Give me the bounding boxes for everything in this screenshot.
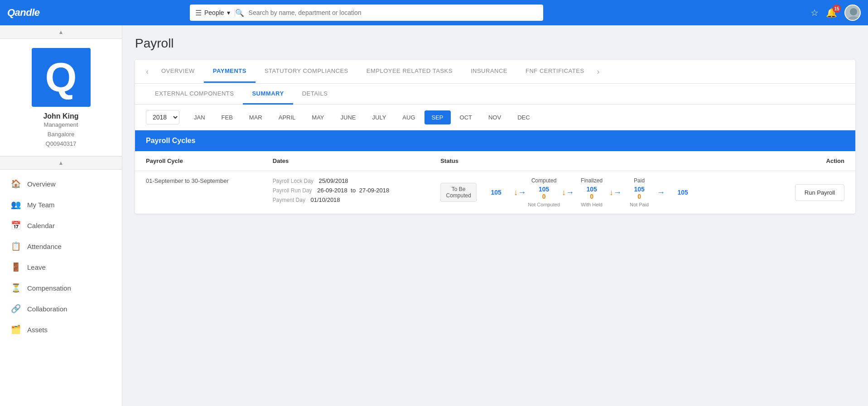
table-row: 01-September to 30-September Payroll Loc… [135,171,855,214]
month-april[interactable]: APRIL [271,110,303,124]
tabs-container: ‹ OVERVIEW PAYMENTS STATUTORY COMPLIANCE… [135,60,855,214]
sub-tabs: EXTERNAL COMPONENTS SUMMARY DETAILS [135,84,855,105]
layout: ▲ Q John King Management Bangalore Q0094… [0,0,868,406]
sidebar-item-overview[interactable]: 🏠 Overview [0,173,122,194]
sidebar-scroll-mid[interactable]: ▲ [0,156,122,170]
nav-label-my-team: My Team [27,201,55,209]
computed-label: Computed [531,177,556,184]
people-label: People [204,9,224,16]
main-content: Payroll ‹ OVERVIEW PAYMENTS STATUTORY CO… [122,25,868,406]
sidebar-item-compensation[interactable]: ⏳ Compensation [0,277,122,298]
flow-arrow-3: ↓ → [608,179,623,206]
sidebar-item-my-team[interactable]: 👥 My Team [0,194,122,215]
paid-label: Paid [634,177,645,184]
lock-day-label: Payroll Lock Day [273,178,313,184]
avatar[interactable] [844,5,861,21]
home-icon: 🏠 [11,179,21,189]
payroll-status-cell: To Be Computed 105 [429,171,769,214]
month-june[interactable]: JUNE [333,110,363,124]
month-feb[interactable]: FEB [214,110,240,124]
down-arrow-2: ↓ [562,188,566,197]
month-oct[interactable]: OCT [453,110,479,124]
month-sep[interactable]: SEP [424,110,451,124]
app-logo: Qandle [7,7,53,19]
status-badge: To Be Computed [440,183,477,202]
sub-tab-details[interactable]: DETAILS [293,84,337,105]
attendance-icon: 📋 [11,241,21,251]
people-dropdown[interactable]: ☰ People ▾ [195,9,235,17]
col-action: Action [769,151,855,171]
run-payroll-button[interactable]: Run Payroll [795,184,844,201]
sidebar: ▲ Q John King Management Bangalore Q0094… [0,25,122,406]
month-july[interactable]: JULY [365,110,394,124]
finalized-bottom-label: With Held [581,202,603,207]
svg-point-1 [850,8,857,15]
flow-finalized-node: Finalized 105 0 With Held [576,177,608,207]
sidebar-item-attendance[interactable]: 📋 Attendance [0,236,122,257]
finalized-label: Finalized [581,177,603,184]
user-department: Management [44,120,78,130]
nav-label-attendance: Attendance [27,243,62,250]
tab-fnf[interactable]: FNF CERTIFICATES [516,60,593,83]
computed-bottom-label: Not Computed [528,202,560,207]
tab-statutory[interactable]: STATUTORY COMPLIANCES [256,60,357,83]
tab-employee-tasks[interactable]: EMPLOYEE RELATED TASKS [357,60,462,83]
user-location: Bangalore [48,130,74,139]
year-select[interactable]: 2018 [146,110,179,124]
month-dec[interactable]: DEC [510,110,537,124]
compensation-icon: ⏳ [11,283,21,293]
payroll-table: Payroll Cycle Dates Status Action 01-Sep… [135,151,855,214]
sidebar-item-assets[interactable]: 🗂️ Assets [0,319,122,340]
sidebar-item-collaboration[interactable]: 🔗 Collaboration [0,298,122,319]
month-nov[interactable]: NOV [481,110,508,124]
month-jan[interactable]: JAN [187,110,212,124]
team-icon: 👥 [11,200,21,210]
sub-tab-summary[interactable]: SUMMARY [243,84,293,105]
right-arrow-4: → [657,188,665,197]
sidebar-scroll-up[interactable]: ▲ [0,25,122,39]
search-input[interactable] [244,9,538,16]
menu-icon: ☰ [195,9,202,17]
col-status: Status [429,151,769,171]
tab-insurance[interactable]: INSURANCE [462,60,516,83]
flow-start-node: 105 [480,180,512,205]
payroll-cycles-header: Payroll Cycles [135,130,855,151]
nav-label-overview: Overview [27,180,56,188]
page-title: Payroll [135,36,855,51]
run-day-from: 26-09-2018 [317,187,347,194]
flow-arrow-4: → [655,179,667,206]
not-paid-label: Not Paid [630,202,649,207]
leave-icon: 🚪 [11,262,21,272]
sidebar-item-leave[interactable]: 🚪 Leave [0,257,122,277]
month-aug[interactable]: AUG [395,110,422,124]
computed-value: 105 [539,186,549,193]
run-day-end: 27-09-2018 [359,187,390,194]
run-day-label: Payroll Run Day [273,187,312,194]
company-logo: Q [32,48,91,107]
star-icon[interactable]: ☆ [810,7,819,18]
tab-prev-arrow[interactable]: ‹ [142,60,152,83]
right-arrow-1: → [518,188,526,197]
sub-tab-external[interactable]: EXTERNAL COMPONENTS [146,84,243,105]
assets-icon: 🗂️ [11,325,21,334]
nav-label-leave: Leave [27,263,46,271]
user-name: John King [43,112,78,120]
month-may[interactable]: MAY [304,110,331,124]
tab-payments[interactable]: PAYMENTS [204,60,256,83]
month-mar[interactable]: MAR [242,110,270,124]
payroll-dates: Payroll Lock Day 25/09/2018 Payroll Run … [262,171,429,214]
search-icon: 🔍 [235,9,244,17]
finalized-bottom-value: 0 [590,193,593,200]
payment-day-value: 01/10/2018 [311,196,340,203]
payroll-action-cell: Run Payroll [769,171,855,214]
tab-next-arrow[interactable]: › [593,60,603,83]
flow-diagram: 105 ↓ → [480,177,699,207]
sidebar-item-calendar[interactable]: 📅 Calendar [0,215,122,236]
profile-section: Q John King Management Bangalore Q009403… [0,39,122,156]
tab-overview[interactable]: OVERVIEW [152,60,204,83]
main-tabs: ‹ OVERVIEW PAYMENTS STATUTORY COMPLIANCE… [135,60,855,84]
notification-wrap[interactable]: 🔔 15 [826,7,837,18]
payment-day-label: Payment Day [273,197,305,203]
header-actions: ☆ 🔔 15 [810,5,861,21]
flow-end-value: 105 [677,189,688,196]
